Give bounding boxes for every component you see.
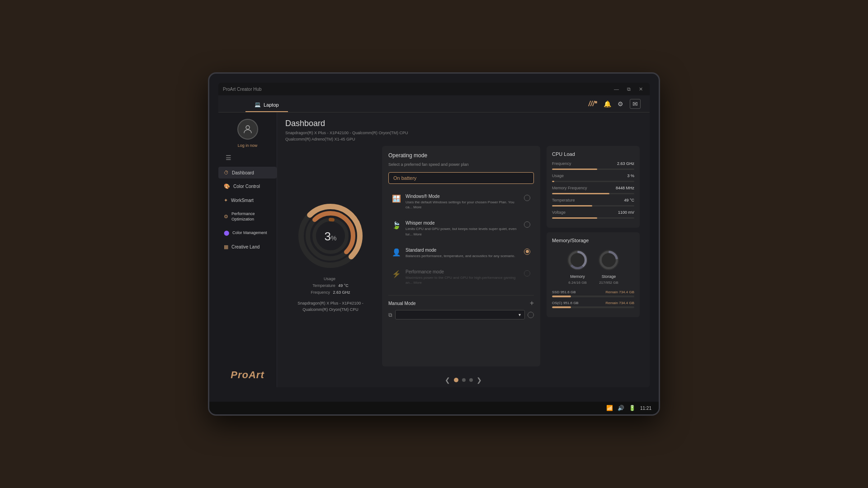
title-bar: ProArt Creator Hub — ⧉ ✕ [218,83,650,95]
usage-value: 3 % [627,174,634,178]
page-dot-1[interactable] [454,378,458,382]
main-layout: Log in now ☰ ⏱ Dashboard 🎨 Color Control… [218,113,650,387]
op-mode-subtitle: Select a preferred fan speed and power p… [388,162,534,167]
sidebar-item-color-control[interactable]: 🎨 Color Control [218,180,277,192]
gauge-center: 3% [325,230,337,244]
sidebar-item-color-management[interactable]: ⬤ Color Management [218,227,277,239]
usage-bar [552,181,634,182]
os-bar-row: OS(C) 951.6 GB Remain 734.4 GB [552,301,634,308]
avatar[interactable] [237,119,258,140]
op-mode-item-performance[interactable]: ⚡ Performance mode Maximizes power to th… [388,266,534,289]
settings-icon[interactable]: ⚙ [618,100,623,108]
whisper-mode-title: Whisper mode [406,221,519,225]
whisper-mode-icon: 🍃 [392,221,401,230]
pagination: ❮ ❯ [277,373,650,387]
op-mode-item-whisper[interactable]: 🍃 Whisper mode Limits CPU and GPU power,… [388,217,534,240]
manual-mode-radio[interactable] [528,312,534,318]
voltage-row: Voltage 1100 mV [552,210,634,215]
right-panel: CPU Load Frequency 2.63 GHz Usage 3 % [547,146,642,366]
hamburger-icon[interactable]: ☰ [218,154,231,161]
frequency-row: Frequency 2.63 GHz [552,161,634,166]
whisper-mode-radio[interactable] [524,221,530,228]
manual-mode-section: Manual Mode + ⧉ ▾ [388,295,534,319]
color-control-icon: 🎨 [224,183,230,189]
sidebar: Log in now ☰ ⏱ Dashboard 🎨 Color Control… [218,113,277,387]
storage-gauges: Memory 6.24/16 GB [552,248,634,285]
memory-gauge-item: Memory 6.24/16 GB [565,248,590,285]
sidebar-label-worksmart: WorkSmart [231,198,254,203]
next-page-button[interactable]: ❯ [476,376,482,384]
os-bar [552,306,634,308]
chevron-down-icon: ▾ [519,312,521,317]
app-title: ProArt Creator Hub [223,87,262,92]
storage-gauge-item: Storage 217/952 GB [596,248,621,285]
sidebar-label-color-management: Color Management [232,230,267,236]
windows-mode-title: Windows® Mode [406,194,519,199]
login-link[interactable]: Log in now [238,143,258,148]
ssd-name: SSD 951.6 GB [552,290,576,294]
app-window: ProArt Creator Hub — ⧉ ✕ ///■ 🔔 ⚙ ✉ 💻 La… [218,83,650,387]
storage-bars: SSD 951.6 GB Remain 734.4 GB [552,290,634,308]
op-mode-item-standard[interactable]: 👤 Standard mode Balances performance, te… [388,244,534,262]
sidebar-item-worksmart[interactable]: ✦ WorkSmart [218,194,277,206]
cpu-gauge-panel: 3% Usage Temperature 49 °C [285,146,376,366]
chat-icon[interactable]: ✉ [630,99,641,109]
frequency-label: Frequency [552,161,571,166]
performance-mode-icon: ⚡ [392,270,401,278]
voltage-label: Voltage [552,210,566,215]
manual-mode-sliders-icon: ⧉ [388,312,392,318]
sidebar-item-dashboard[interactable]: ⏱ Dashboard [218,167,277,178]
mem-freq-label: Memory Frequency [552,186,587,190]
ssd-bar-row: SSD 951.6 GB Remain 734.4 GB [552,290,634,297]
window-controls: — ⧉ ✕ [612,85,645,93]
taskbar: 📶 🔊 🔋 11:21 [209,402,659,414]
dashboard-icon: ⏱ [224,170,229,175]
minimize-button[interactable]: — [612,85,621,93]
maximize-button[interactable]: ⧉ [625,85,633,93]
op-mode-item-windows[interactable]: 🪟 Windows® Mode Uses the default Windows… [388,190,534,213]
performance-icon: ⚙ [224,214,228,220]
standard-mode-title: Standard mode [406,248,519,253]
color-management-icon: ⬤ [224,230,229,236]
sidebar-item-performance[interactable]: ⚙ Performance Optimization [218,208,277,225]
close-button[interactable]: ✕ [637,85,645,93]
creative-land-icon: ▦ [224,244,228,250]
temperature-value: 49 °C [624,198,634,202]
wifi-icon: 📶 [606,405,613,411]
ssd-bar-fill [552,296,571,297]
manual-mode-add-button[interactable]: + [530,299,534,307]
standard-mode-radio[interactable] [524,249,530,255]
usage-label: Usage [552,174,564,178]
storage-gauge-svg [596,248,621,272]
standard-mode-icon: 👤 [392,248,401,257]
sidebar-label-performance: Performance Optimization [231,211,271,222]
worksmart-icon: ✦ [224,197,228,203]
sidebar-item-creative-land[interactable]: ▦ Creative Land [218,241,277,253]
memory-label: Memory [570,274,585,279]
prev-page-button[interactable]: ❮ [445,376,450,384]
logo-icon: ///■ [589,99,597,108]
cpu-info: Snapdragon(R) X Plus - X1P42100 - Qualco… [285,130,642,142]
bell-icon[interactable]: 🔔 [604,100,611,108]
mem-freq-bar-fill [552,193,609,194]
gauge-stat-usage: Usage [311,276,350,282]
page-dot-3[interactable] [469,378,473,382]
cpu-label: Snapdragon(R) X Plus - X1P42100 -Qualcom… [297,300,363,313]
page-dot-2[interactable] [462,378,466,382]
gauge-percent: 3 [325,230,331,243]
svg-point-11 [599,250,619,270]
voltage-bar-fill [552,217,597,219]
dashboard-header: Dashboard Snapdragon(R) X Plus - X1P4210… [277,113,650,146]
memory-storage-title: Memory/Storage [552,238,634,243]
temperature-row: Temperature 49 °C [552,198,634,202]
svg-point-0 [246,126,250,129]
op-mode-selected-display[interactable]: On battery [388,172,534,184]
windows-mode-radio[interactable] [524,195,530,201]
gauge-stat-temp: Temperature 49 °C [311,282,350,289]
manual-mode-dropdown[interactable]: ▾ [395,310,525,319]
temperature-bar-fill [552,205,592,206]
ssd-bar [552,296,634,297]
performance-mode-radio[interactable] [524,270,530,277]
tab-laptop[interactable]: 💻 Laptop [245,98,288,112]
cpu-load-card: CPU Load Frequency 2.63 GHz Usage 3 % [547,146,640,228]
